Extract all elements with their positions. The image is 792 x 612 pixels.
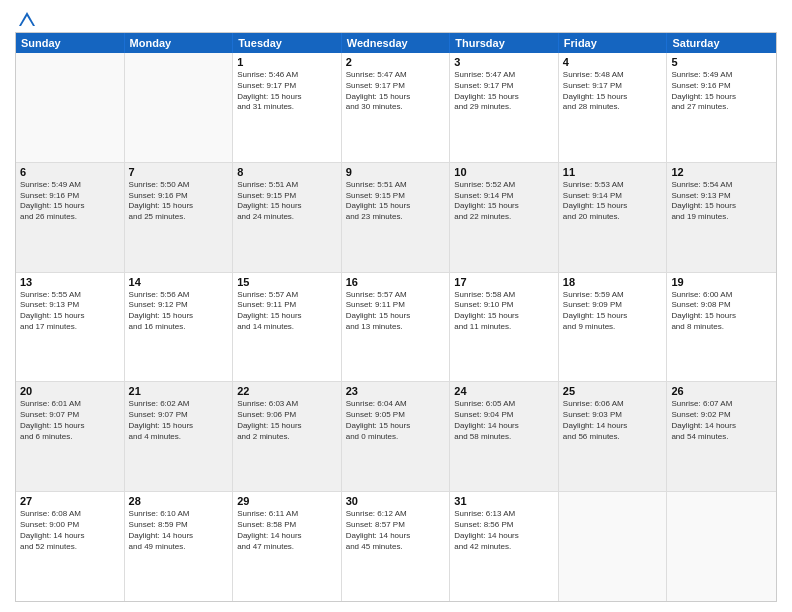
day-number: 10: [454, 166, 554, 178]
calendar-cell: 7Sunrise: 5:50 AMSunset: 9:16 PMDaylight…: [125, 163, 234, 272]
day-info: Sunrise: 5:50 AMSunset: 9:16 PMDaylight:…: [129, 180, 229, 223]
day-info: Sunrise: 5:47 AMSunset: 9:17 PMDaylight:…: [346, 70, 446, 113]
calendar-cell: 10Sunrise: 5:52 AMSunset: 9:14 PMDayligh…: [450, 163, 559, 272]
calendar-cell: 29Sunrise: 6:11 AMSunset: 8:58 PMDayligh…: [233, 492, 342, 601]
calendar-row-3: 20Sunrise: 6:01 AMSunset: 9:07 PMDayligh…: [16, 382, 776, 492]
calendar-cell: 24Sunrise: 6:05 AMSunset: 9:04 PMDayligh…: [450, 382, 559, 491]
day-info: Sunrise: 6:11 AMSunset: 8:58 PMDaylight:…: [237, 509, 337, 552]
calendar-cell: 15Sunrise: 5:57 AMSunset: 9:11 PMDayligh…: [233, 273, 342, 382]
calendar-cell: 21Sunrise: 6:02 AMSunset: 9:07 PMDayligh…: [125, 382, 234, 491]
logo: [15, 10, 37, 30]
day-info: Sunrise: 5:52 AMSunset: 9:14 PMDaylight:…: [454, 180, 554, 223]
day-info: Sunrise: 5:56 AMSunset: 9:12 PMDaylight:…: [129, 290, 229, 333]
day-number: 5: [671, 56, 772, 68]
day-info: Sunrise: 6:06 AMSunset: 9:03 PMDaylight:…: [563, 399, 663, 442]
day-number: 28: [129, 495, 229, 507]
calendar-cell: 8Sunrise: 5:51 AMSunset: 9:15 PMDaylight…: [233, 163, 342, 272]
day-info: Sunrise: 5:49 AMSunset: 9:16 PMDaylight:…: [20, 180, 120, 223]
day-number: 15: [237, 276, 337, 288]
calendar-body: 1Sunrise: 5:46 AMSunset: 9:17 PMDaylight…: [16, 53, 776, 601]
calendar-cell: 23Sunrise: 6:04 AMSunset: 9:05 PMDayligh…: [342, 382, 451, 491]
day-info: Sunrise: 6:00 AMSunset: 9:08 PMDaylight:…: [671, 290, 772, 333]
logo-icon: [17, 10, 37, 30]
calendar-cell: [559, 492, 668, 601]
day-info: Sunrise: 6:01 AMSunset: 9:07 PMDaylight:…: [20, 399, 120, 442]
calendar-row-1: 6Sunrise: 5:49 AMSunset: 9:16 PMDaylight…: [16, 163, 776, 273]
calendar-cell: 16Sunrise: 5:57 AMSunset: 9:11 PMDayligh…: [342, 273, 451, 382]
calendar-cell: 27Sunrise: 6:08 AMSunset: 9:00 PMDayligh…: [16, 492, 125, 601]
day-number: 12: [671, 166, 772, 178]
calendar-cell: 12Sunrise: 5:54 AMSunset: 9:13 PMDayligh…: [667, 163, 776, 272]
day-number: 4: [563, 56, 663, 68]
calendar-cell: 13Sunrise: 5:55 AMSunset: 9:13 PMDayligh…: [16, 273, 125, 382]
day-number: 8: [237, 166, 337, 178]
calendar-cell: 19Sunrise: 6:00 AMSunset: 9:08 PMDayligh…: [667, 273, 776, 382]
day-number: 17: [454, 276, 554, 288]
calendar-cell: 2Sunrise: 5:47 AMSunset: 9:17 PMDaylight…: [342, 53, 451, 162]
day-number: 11: [563, 166, 663, 178]
calendar: SundayMondayTuesdayWednesdayThursdayFrid…: [15, 32, 777, 602]
logo-area: [15, 10, 37, 26]
calendar-cell: 25Sunrise: 6:06 AMSunset: 9:03 PMDayligh…: [559, 382, 668, 491]
header-day-sunday: Sunday: [16, 33, 125, 53]
day-info: Sunrise: 6:10 AMSunset: 8:59 PMDaylight:…: [129, 509, 229, 552]
day-number: 7: [129, 166, 229, 178]
day-info: Sunrise: 5:47 AMSunset: 9:17 PMDaylight:…: [454, 70, 554, 113]
day-number: 19: [671, 276, 772, 288]
calendar-cell: 22Sunrise: 6:03 AMSunset: 9:06 PMDayligh…: [233, 382, 342, 491]
day-info: Sunrise: 6:02 AMSunset: 9:07 PMDaylight:…: [129, 399, 229, 442]
page: SundayMondayTuesdayWednesdayThursdayFrid…: [0, 0, 792, 612]
day-number: 25: [563, 385, 663, 397]
calendar-cell: 4Sunrise: 5:48 AMSunset: 9:17 PMDaylight…: [559, 53, 668, 162]
calendar-cell: 28Sunrise: 6:10 AMSunset: 8:59 PMDayligh…: [125, 492, 234, 601]
calendar-cell: 14Sunrise: 5:56 AMSunset: 9:12 PMDayligh…: [125, 273, 234, 382]
day-info: Sunrise: 5:59 AMSunset: 9:09 PMDaylight:…: [563, 290, 663, 333]
day-number: 14: [129, 276, 229, 288]
calendar-cell: 30Sunrise: 6:12 AMSunset: 8:57 PMDayligh…: [342, 492, 451, 601]
day-number: 27: [20, 495, 120, 507]
day-info: Sunrise: 6:12 AMSunset: 8:57 PMDaylight:…: [346, 509, 446, 552]
day-number: 20: [20, 385, 120, 397]
calendar-cell: 6Sunrise: 5:49 AMSunset: 9:16 PMDaylight…: [16, 163, 125, 272]
day-info: Sunrise: 6:05 AMSunset: 9:04 PMDaylight:…: [454, 399, 554, 442]
calendar-cell: 31Sunrise: 6:13 AMSunset: 8:56 PMDayligh…: [450, 492, 559, 601]
calendar-cell: 17Sunrise: 5:58 AMSunset: 9:10 PMDayligh…: [450, 273, 559, 382]
header-day-friday: Friday: [559, 33, 668, 53]
day-number: 9: [346, 166, 446, 178]
day-number: 3: [454, 56, 554, 68]
header-day-wednesday: Wednesday: [342, 33, 451, 53]
header-day-monday: Monday: [125, 33, 234, 53]
calendar-cell: 11Sunrise: 5:53 AMSunset: 9:14 PMDayligh…: [559, 163, 668, 272]
day-info: Sunrise: 6:07 AMSunset: 9:02 PMDaylight:…: [671, 399, 772, 442]
header-day-saturday: Saturday: [667, 33, 776, 53]
calendar-cell: [667, 492, 776, 601]
day-number: 31: [454, 495, 554, 507]
day-number: 16: [346, 276, 446, 288]
day-number: 29: [237, 495, 337, 507]
header: [15, 10, 777, 26]
day-number: 23: [346, 385, 446, 397]
day-info: Sunrise: 5:49 AMSunset: 9:16 PMDaylight:…: [671, 70, 772, 113]
day-number: 18: [563, 276, 663, 288]
calendar-header: SundayMondayTuesdayWednesdayThursdayFrid…: [16, 33, 776, 53]
header-day-tuesday: Tuesday: [233, 33, 342, 53]
day-info: Sunrise: 6:13 AMSunset: 8:56 PMDaylight:…: [454, 509, 554, 552]
day-number: 22: [237, 385, 337, 397]
day-number: 30: [346, 495, 446, 507]
day-info: Sunrise: 6:03 AMSunset: 9:06 PMDaylight:…: [237, 399, 337, 442]
calendar-cell: 1Sunrise: 5:46 AMSunset: 9:17 PMDaylight…: [233, 53, 342, 162]
day-number: 2: [346, 56, 446, 68]
day-info: Sunrise: 5:46 AMSunset: 9:17 PMDaylight:…: [237, 70, 337, 113]
day-number: 26: [671, 385, 772, 397]
day-number: 6: [20, 166, 120, 178]
calendar-row-4: 27Sunrise: 6:08 AMSunset: 9:00 PMDayligh…: [16, 492, 776, 601]
day-number: 24: [454, 385, 554, 397]
day-info: Sunrise: 6:04 AMSunset: 9:05 PMDaylight:…: [346, 399, 446, 442]
calendar-cell: [125, 53, 234, 162]
calendar-cell: [16, 53, 125, 162]
day-info: Sunrise: 5:57 AMSunset: 9:11 PMDaylight:…: [346, 290, 446, 333]
header-day-thursday: Thursday: [450, 33, 559, 53]
calendar-cell: 3Sunrise: 5:47 AMSunset: 9:17 PMDaylight…: [450, 53, 559, 162]
day-info: Sunrise: 5:58 AMSunset: 9:10 PMDaylight:…: [454, 290, 554, 333]
day-number: 1: [237, 56, 337, 68]
